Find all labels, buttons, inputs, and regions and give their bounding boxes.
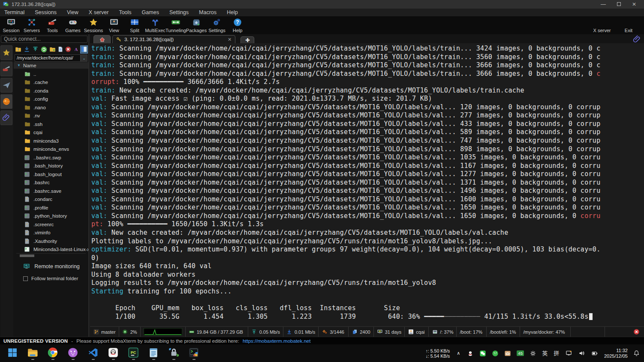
rail-plane-icon[interactable] (0, 78, 12, 93)
toolbar-button-view[interactable]: View (104, 17, 124, 33)
notification-bell-icon[interactable] (633, 350, 640, 356)
tab-close-icon[interactable]: ✕ (228, 37, 232, 42)
path-input[interactable]: /myvar/docker/home/cqai/ (15, 54, 81, 62)
menu-item-settings[interactable]: Settings (169, 9, 189, 15)
status-segment-2-[interactable]: 2% (119, 327, 141, 337)
status-segment[interactable] (141, 327, 186, 337)
fb-rename-icon[interactable]: A (73, 46, 79, 53)
toolbar-button-tunneling[interactable]: Tunneling (166, 17, 186, 33)
fb-newdoc-icon[interactable] (57, 46, 63, 53)
file-row[interactable]: .viminfo (14, 229, 88, 237)
battery-icon[interactable] (591, 350, 599, 356)
cat-tray-icon[interactable] (492, 350, 499, 357)
status-segment-2400[interactable]: 2400 (349, 327, 373, 337)
rail-star-icon[interactable] (0, 45, 12, 60)
fb-newfolder-icon[interactable] (49, 46, 56, 53)
fb-parent-icon[interactable]: t (15, 46, 22, 53)
follow-terminal-checkbox[interactable]: Follow terminal folder (23, 276, 88, 281)
file-row[interactable]: .nano (14, 103, 88, 112)
fb-delete-icon[interactable] (65, 46, 72, 53)
toolbar-button-settings[interactable]: Settings (207, 17, 227, 33)
taskbar-cat-app-icon[interactable] (67, 347, 78, 360)
toolbar-button-split[interactable]: Split (124, 17, 145, 33)
mail-tray-icon[interactable] (504, 350, 511, 357)
file-row[interactable]: .Xauthority (14, 237, 88, 245)
file-row[interactable]: .conda (14, 87, 88, 95)
menu-item-games[interactable]: Games (142, 9, 159, 15)
badge-45[interactable]: 45 (517, 350, 524, 356)
close-button[interactable]: ✕ (632, 0, 636, 9)
status-segment-31-days[interactable]: 31 days (374, 327, 405, 337)
file-row[interactable]: .ssh (14, 120, 88, 129)
scrollbar-thumb[interactable] (20, 254, 34, 257)
name-column-header[interactable]: ▼ Name (14, 62, 88, 69)
menu-item-help[interactable]: Help (227, 9, 238, 15)
file-row[interactable]: .nv (14, 112, 88, 120)
taskbar-notepad-icon[interactable] (148, 347, 159, 360)
cast-monitor-icon[interactable] (565, 350, 572, 356)
home-tab[interactable] (93, 35, 111, 43)
fb-refresh-icon[interactable] (40, 46, 48, 53)
fb-download-icon[interactable] (23, 46, 30, 53)
horizontal-scrollbar[interactable] (16, 253, 86, 257)
menu-item-x-server[interactable]: X server (89, 9, 109, 15)
terminal-output[interactable]: train: Scanning /myvar/docker/home/cqai/… (90, 43, 644, 326)
taskbar-pycharm-icon[interactable]: PC (128, 347, 139, 360)
menu-item-tools[interactable]: Tools (119, 9, 131, 15)
path-dropdown-button[interactable]: ⌄ (81, 54, 87, 62)
quick-connect-input[interactable]: Quick connect... (1, 36, 87, 43)
menu-item-terminal[interactable]: Terminal (4, 9, 24, 15)
file-row[interactable]: .bash_history (14, 162, 88, 171)
status-segment-0-01-mb-s[interactable]: 0.01 Mb/s (283, 327, 319, 337)
toolbar-button-tools[interactable]: Tools (42, 17, 63, 33)
status-segment-3-1446[interactable]: 3/1446 (319, 327, 349, 337)
brightness-sun-icon[interactable] (530, 350, 536, 357)
file-row[interactable]: .python_history (14, 212, 88, 221)
wechat-tray-icon[interactable] (479, 350, 486, 357)
session-tab[interactable]: 3. 172.31.36.28([cqai]) ✕ (112, 35, 235, 43)
status-segment--boot-efi-1-[interactable]: /boot/efi: 1% (487, 327, 520, 337)
qq-tray-icon[interactable] (467, 350, 474, 357)
menu-item-sessions[interactable]: Sessions (35, 9, 57, 15)
file-row[interactable]: .condarc (14, 195, 88, 204)
fb-upload-icon[interactable] (32, 46, 39, 53)
toolbar-button-multiexec[interactable]: MultiExec (145, 17, 166, 33)
status-segment-0-05-mb-s[interactable]: 0.05 Mb/s (248, 327, 283, 337)
toolbar-button-help[interactable]: ?Help (227, 17, 248, 33)
rail-knife-icon[interactable] (0, 62, 12, 76)
toolbar-button-servers[interactable]: Servers (21, 17, 42, 33)
file-row[interactable]: miniconda_envs (14, 145, 88, 154)
file-row[interactable]: .bashrc.save (14, 187, 88, 195)
toolbar-button-packages[interactable]: Packages (186, 17, 207, 33)
menu-item-view[interactable]: View (67, 9, 78, 15)
file-row[interactable]: miniconda3 (14, 137, 88, 145)
file-row[interactable]: .bash_logout (14, 170, 88, 179)
toolbar-button-x-server[interactable]: X server (592, 17, 612, 33)
file-row[interactable]: cqai (14, 129, 88, 137)
tray-expand-chevron-icon[interactable]: ∧ (455, 350, 461, 356)
rail-paperclip-icon[interactable] (0, 111, 12, 125)
ime-english-indicator[interactable]: 英 (542, 350, 548, 357)
menu-item-macros[interactable]: Macros (199, 9, 217, 15)
maximize-button[interactable] (617, 2, 621, 6)
file-row[interactable]: .profile (14, 203, 88, 212)
file-row[interactable]: .config (14, 95, 88, 104)
status-segment-19-84-gb-377-29-gb[interactable]: 19.84 GB / 377.29 GB (186, 327, 248, 337)
toolbar-button-exit[interactable]: Exit (618, 17, 639, 33)
checkbox-unchecked-icon[interactable] (23, 276, 28, 281)
file-row[interactable]: .bashrc (14, 179, 88, 187)
rail-globe-icon[interactable] (0, 94, 12, 109)
file-row[interactable]: t.. (14, 70, 88, 78)
fb-panel-icon[interactable] (81, 46, 87, 53)
file-row[interactable]: .cache (14, 78, 88, 87)
new-tab-button[interactable]: ✚ (241, 36, 254, 43)
taskbar-moba-app-icon[interactable] (188, 347, 199, 360)
status-segment--myvar-docker-47-[interactable]: /myvar/docker: 47% (520, 327, 571, 337)
taskbar-chrome-icon[interactable] (47, 347, 58, 360)
taskbar-explorer-icon[interactable] (27, 347, 38, 360)
toolbar-button-session[interactable]: Session (1, 17, 21, 33)
file-row[interactable]: ..bashrc.swp (14, 153, 88, 162)
ime-pinyin-indicator[interactable]: 拼 (554, 350, 560, 357)
taskbar-start-icon[interactable] (7, 347, 18, 360)
clock[interactable]: 11:32 2025/12/05 (604, 348, 628, 359)
